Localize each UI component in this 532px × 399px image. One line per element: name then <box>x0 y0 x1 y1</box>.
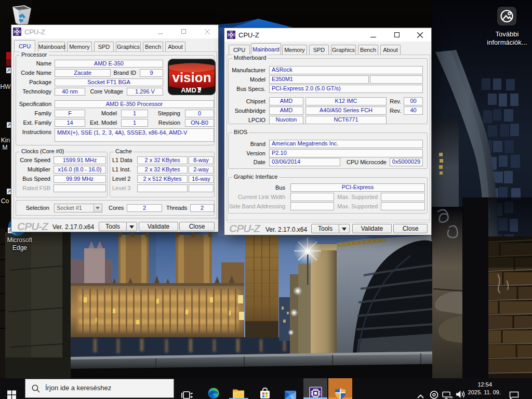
svg-text:AMD: AMD <box>181 86 196 94</box>
svg-text:vision: vision <box>172 70 211 85</box>
